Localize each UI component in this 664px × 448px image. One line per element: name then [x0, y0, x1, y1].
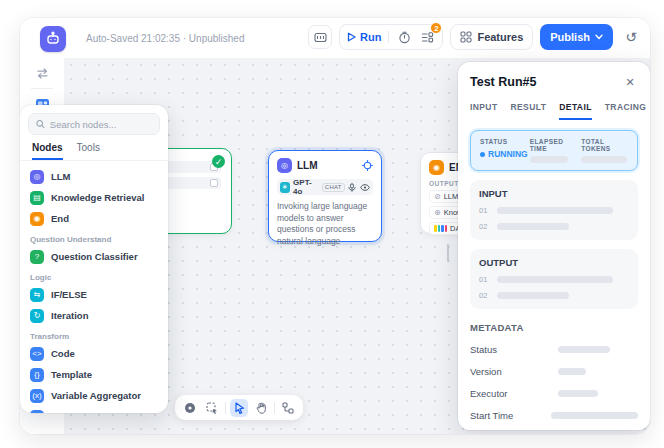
llm-node-title: LLM [297, 160, 318, 171]
node-item-label: Iteration [51, 310, 88, 321]
node-item-if-else[interactable]: ⇆IF/ELSE [26, 284, 162, 305]
history-icon[interactable]: ↺ [620, 26, 642, 48]
node-item-question-classifier-icon: ? [30, 250, 44, 264]
metadata-row-version: Version [470, 366, 638, 377]
llm-ref-icon: ⊘ [434, 192, 441, 201]
output-title: OUTPUT [479, 257, 629, 268]
node-item-llm-icon: ◎ [30, 170, 44, 184]
divider [388, 31, 389, 43]
io-skeleton-row: 02 [479, 291, 629, 300]
node-item-label: Template [51, 369, 92, 380]
organize-blocks-icon[interactable] [279, 399, 297, 417]
hand-mode-icon[interactable] [252, 399, 270, 417]
node-section-title: Transform [26, 326, 162, 343]
node-item-question-classifier[interactable]: ?Question Classifier [26, 246, 162, 267]
metadata-title: METADATA [470, 322, 638, 333]
run-button[interactable]: Run [347, 31, 381, 43]
app-window: Auto-Saved 21:02:35 · Unpublished Run 2 [20, 18, 650, 434]
tokens-skeleton [581, 156, 627, 163]
shortcuts-icon[interactable] [308, 25, 332, 49]
node-item-variable-assigner-icon: = [30, 410, 44, 414]
run-tab-tracing[interactable]: TRACING [605, 102, 647, 120]
node-item-variable-assigner[interactable]: =Variable Assigner [26, 406, 162, 413]
node-item-variable-aggregator-icon: (x) [30, 389, 44, 403]
node-item-if-else-icon: ⇆ [30, 288, 44, 302]
status-label: STATUS [480, 138, 530, 145]
input-title: INPUT [479, 188, 629, 199]
search-icon [36, 119, 45, 129]
node-item-llm[interactable]: ◎LLM [26, 166, 162, 187]
mic-icon [348, 182, 357, 192]
node-item-label: End [51, 213, 69, 224]
metadata-section: METADATA StatusVersionExecutorStart Time… [470, 322, 638, 430]
run-toolbar-group: Run 2 [339, 24, 443, 50]
llm-node-icon: ◎ [277, 158, 292, 173]
node-item-label: Knowledge Retrieval [51, 192, 144, 203]
autosave-status: Auto-Saved 21:02:35 · Unpublished [86, 33, 244, 44]
stopwatch-icon[interactable] [396, 29, 412, 45]
chat-mode-badge: CHAT [322, 183, 345, 192]
checklist-icon[interactable]: 2 [419, 29, 435, 45]
node-item-label: Code [51, 348, 75, 359]
node-item-knowledge-retrieval-icon: ▤ [30, 191, 44, 205]
pointer-mode-icon[interactable] [230, 399, 248, 417]
close-icon[interactable]: ✕ [622, 74, 638, 90]
node-section-title: Question Understand [26, 229, 162, 246]
node-item-knowledge-retrieval[interactable]: ▤Knowledge Retrieval [26, 187, 162, 208]
panel-resize-handle[interactable] [447, 244, 449, 262]
node-item-template[interactable]: {}Template [26, 364, 162, 385]
knowledge-ref-icon: ⊕ [434, 208, 441, 217]
node-panel-tab-nodes[interactable]: Nodes [32, 142, 63, 160]
metadata-row-status: Status [470, 344, 638, 355]
run-panel-title: Test Run#5 [470, 75, 536, 89]
node-item-code[interactable]: <>Code [26, 343, 162, 364]
run-tab-result[interactable]: RESULT [511, 102, 547, 120]
app-robot-icon[interactable] [40, 26, 66, 52]
chevron-down-icon [595, 34, 603, 40]
elapsed-time-label: ELAPSED TIME [530, 138, 581, 152]
vision-eye-icon [360, 182, 370, 192]
node-item-template-icon: {} [30, 368, 44, 382]
node-panel-tab-tools[interactable]: Tools [77, 142, 100, 160]
status-value: RUNNING [480, 149, 530, 159]
io-skeleton-row: 01 [479, 275, 629, 284]
run-panel-tabs: INPUTRESULTDETAILTRACING [470, 102, 638, 120]
metadata-row-executor: Executor [470, 388, 638, 399]
gpt4o-model-icon: ∗ [280, 182, 290, 193]
run-tab-detail[interactable]: DETAIL [559, 102, 591, 120]
run-tab-input[interactable]: INPUT [470, 102, 498, 120]
play-icon [347, 32, 356, 42]
node-item-label: IF/ELSE [51, 289, 87, 300]
io-skeleton-row: 01 [479, 206, 629, 215]
model-selector[interactable]: ∗ GPT-4o CHAT [277, 179, 373, 195]
search-input[interactable] [50, 119, 152, 130]
divider [274, 402, 275, 414]
node-item-label: Question Classifier [51, 251, 138, 262]
node-item-label: Variable Aggregator [51, 390, 141, 401]
features-button[interactable]: Features [450, 24, 533, 50]
node-section-title: Logic [26, 267, 162, 284]
metadata-row-start-time: Start Time [470, 410, 638, 421]
status-card: STATUS RUNNING ELAPSED TIME TOTAL TOKENS [470, 130, 638, 171]
node-item-variable-aggregator[interactable]: (x)Variable Aggregator [26, 385, 162, 406]
add-note-icon[interactable] [181, 399, 199, 417]
node-settings-icon[interactable] [362, 160, 373, 171]
llm-node[interactable]: ◎ LLM ∗ GPT-4o CHAT Invoking large langu… [268, 150, 382, 242]
top-header: Auto-Saved 21:02:35 · Unpublished Run 2 [20, 18, 650, 58]
node-item-end[interactable]: ◉End [26, 208, 162, 229]
llm-node-description: Invoking large language models to answer… [277, 201, 373, 247]
test-run-panel: Test Run#5 ✕ INPUTRESULTDETAILTRACING ST… [458, 62, 650, 430]
model-name: GPT-4o [293, 178, 319, 196]
publish-button[interactable]: Publish [540, 24, 613, 50]
lasso-select-icon[interactable] [203, 399, 221, 417]
node-item-end-icon: ◉ [30, 212, 44, 226]
node-search-panel: NodesTools ◎LLM▤Knowledge Retrieval◉EndQ… [20, 105, 168, 413]
swap-workflow-icon[interactable] [33, 64, 51, 82]
features-icon [460, 31, 472, 43]
node-panel-tabs: NodesTools [20, 135, 168, 161]
node-item-iteration[interactable]: ↻Iteration [26, 305, 162, 326]
running-dot-icon [480, 152, 485, 157]
dalle-icon [434, 225, 447, 232]
node-search-box[interactable] [28, 113, 160, 135]
canvas-control-bar [175, 395, 303, 420]
